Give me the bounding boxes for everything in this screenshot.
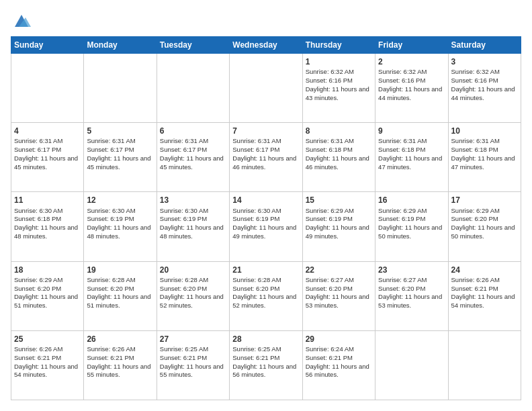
day-info: Sunrise: 6:28 AM <box>232 276 299 285</box>
calendar-cell: 18Sunrise: 6:29 AMSunset: 6:20 PMDayligh… <box>11 261 84 330</box>
logo <box>11 11 31 30</box>
day-info: Sunrise: 6:32 AM <box>378 68 445 77</box>
calendar-cell: 19Sunrise: 6:28 AMSunset: 6:20 PMDayligh… <box>84 261 157 330</box>
calendar-cell: 14Sunrise: 6:30 AMSunset: 6:19 PMDayligh… <box>230 192 302 261</box>
day-number: 19 <box>87 265 153 275</box>
day-info: Daylight: 11 hours and 45 minutes. <box>14 154 81 172</box>
day-info: Sunrise: 6:25 AM <box>232 345 299 354</box>
day-number: 7 <box>232 126 299 136</box>
day-info: Daylight: 11 hours and 46 minutes. <box>232 154 299 172</box>
day-info: Daylight: 11 hours and 43 minutes. <box>306 85 372 103</box>
day-number: 4 <box>14 126 81 136</box>
calendar-cell: 26Sunrise: 6:26 AMSunset: 6:21 PMDayligh… <box>84 330 157 400</box>
day-number: 14 <box>232 195 299 205</box>
day-info: Sunrise: 6:31 AM <box>232 137 299 146</box>
calendar-cell: 1Sunrise: 6:32 AMSunset: 6:16 PMDaylight… <box>302 54 375 123</box>
day-number: 23 <box>378 265 445 275</box>
day-info: Daylight: 11 hours and 45 minutes. <box>160 154 226 172</box>
calendar-header: SundayMondayTuesdayWednesdayThursdayFrid… <box>11 37 521 54</box>
calendar-cell: 6Sunrise: 6:31 AMSunset: 6:17 PMDaylight… <box>157 123 229 192</box>
day-info: Sunrise: 6:32 AM <box>451 68 518 77</box>
day-number: 15 <box>306 195 372 205</box>
day-info: Daylight: 11 hours and 50 minutes. <box>378 224 445 241</box>
day-number: 26 <box>87 334 153 345</box>
calendar-cell: 25Sunrise: 6:26 AMSunset: 6:21 PMDayligh… <box>11 330 84 400</box>
calendar-cell: 5Sunrise: 6:31 AMSunset: 6:17 PMDaylight… <box>84 123 157 192</box>
day-info: Daylight: 11 hours and 50 minutes. <box>451 224 518 241</box>
weekday-header-friday: Friday <box>375 37 448 54</box>
day-number: 6 <box>160 126 226 136</box>
day-info: Sunset: 6:20 PM <box>451 215 518 224</box>
day-info: Sunrise: 6:29 AM <box>14 276 81 285</box>
calendar-cell: 4Sunrise: 6:31 AMSunset: 6:17 PMDaylight… <box>11 123 84 192</box>
day-info: Sunset: 6:18 PM <box>378 146 445 154</box>
calendar-cell: 10Sunrise: 6:31 AMSunset: 6:18 PMDayligh… <box>448 123 521 192</box>
day-info: Sunset: 6:21 PM <box>14 354 81 363</box>
calendar-cell: 15Sunrise: 6:29 AMSunset: 6:19 PMDayligh… <box>302 192 375 261</box>
day-info: Sunrise: 6:32 AM <box>306 68 372 77</box>
day-number: 25 <box>14 334 81 345</box>
day-info: Daylight: 11 hours and 47 minutes. <box>451 154 518 172</box>
calendar-cell: 27Sunrise: 6:25 AMSunset: 6:21 PMDayligh… <box>157 330 229 400</box>
day-info: Sunset: 6:17 PM <box>160 146 226 154</box>
calendar-cell: 12Sunrise: 6:30 AMSunset: 6:19 PMDayligh… <box>84 192 157 261</box>
header <box>11 11 521 30</box>
day-info: Daylight: 11 hours and 54 minutes. <box>14 363 81 380</box>
weekday-header-wednesday: Wednesday <box>230 37 302 54</box>
day-info: Sunset: 6:21 PM <box>232 354 299 363</box>
day-number: 21 <box>232 265 299 275</box>
day-info: Daylight: 11 hours and 53 minutes. <box>306 293 372 310</box>
day-number: 27 <box>160 334 226 345</box>
day-info: Daylight: 11 hours and 56 minutes. <box>306 363 372 380</box>
day-number: 3 <box>451 56 518 67</box>
day-info: Daylight: 11 hours and 48 minutes. <box>160 224 226 241</box>
day-number: 24 <box>451 265 518 275</box>
day-info: Sunrise: 6:30 AM <box>14 207 81 216</box>
day-info: Sunset: 6:21 PM <box>306 354 372 363</box>
day-info: Sunset: 6:20 PM <box>378 285 445 293</box>
calendar-body: 1Sunrise: 6:32 AMSunset: 6:16 PMDaylight… <box>11 54 521 400</box>
calendar-cell: 2Sunrise: 6:32 AMSunset: 6:16 PMDaylight… <box>375 54 448 123</box>
day-info: Sunset: 6:17 PM <box>232 146 299 154</box>
day-info: Daylight: 11 hours and 56 minutes. <box>232 363 299 380</box>
day-info: Sunrise: 6:26 AM <box>87 345 153 354</box>
calendar-cell <box>230 54 302 123</box>
day-number: 2 <box>378 56 445 67</box>
day-info: Sunset: 6:21 PM <box>160 354 226 363</box>
day-number: 1 <box>306 56 372 67</box>
calendar-cell: 16Sunrise: 6:29 AMSunset: 6:19 PMDayligh… <box>375 192 448 261</box>
day-info: Sunrise: 6:30 AM <box>232 207 299 216</box>
calendar-cell <box>448 330 521 400</box>
day-info: Daylight: 11 hours and 49 minutes. <box>306 224 372 241</box>
day-info: Daylight: 11 hours and 45 minutes. <box>87 154 153 172</box>
day-info: Daylight: 11 hours and 48 minutes. <box>14 224 81 241</box>
day-info: Sunrise: 6:24 AM <box>306 345 372 354</box>
day-info: Sunrise: 6:30 AM <box>87 207 153 216</box>
day-number: 5 <box>87 126 153 136</box>
day-number: 29 <box>306 334 372 345</box>
calendar-cell: 24Sunrise: 6:26 AMSunset: 6:21 PMDayligh… <box>448 261 521 330</box>
day-info: Daylight: 11 hours and 44 minutes. <box>378 85 445 103</box>
day-info: Sunset: 6:19 PM <box>160 215 226 224</box>
day-info: Sunrise: 6:31 AM <box>87 137 153 146</box>
day-info: Daylight: 11 hours and 51 minutes. <box>14 293 81 310</box>
page: SundayMondayTuesdayWednesdayThursdayFrid… <box>0 0 532 411</box>
day-info: Daylight: 11 hours and 49 minutes. <box>232 224 299 241</box>
weekday-header-saturday: Saturday <box>448 37 521 54</box>
day-info: Sunrise: 6:29 AM <box>378 207 445 216</box>
day-info: Sunset: 6:18 PM <box>306 146 372 154</box>
day-info: Daylight: 11 hours and 52 minutes. <box>232 293 299 310</box>
day-info: Daylight: 11 hours and 55 minutes. <box>87 363 153 380</box>
calendar-cell: 20Sunrise: 6:28 AMSunset: 6:20 PMDayligh… <box>157 261 229 330</box>
day-number: 10 <box>451 126 518 136</box>
calendar-cell <box>11 54 84 123</box>
calendar-cell: 7Sunrise: 6:31 AMSunset: 6:17 PMDaylight… <box>230 123 302 192</box>
day-info: Sunrise: 6:28 AM <box>160 276 226 285</box>
day-info: Daylight: 11 hours and 44 minutes. <box>451 85 518 103</box>
day-info: Sunset: 6:17 PM <box>87 146 153 154</box>
day-info: Sunrise: 6:27 AM <box>306 276 372 285</box>
calendar-cell: 9Sunrise: 6:31 AMSunset: 6:18 PMDaylight… <box>375 123 448 192</box>
week-row-1: 4Sunrise: 6:31 AMSunset: 6:17 PMDaylight… <box>11 123 521 192</box>
day-info: Sunset: 6:18 PM <box>451 146 518 154</box>
day-info: Sunset: 6:18 PM <box>14 215 81 224</box>
